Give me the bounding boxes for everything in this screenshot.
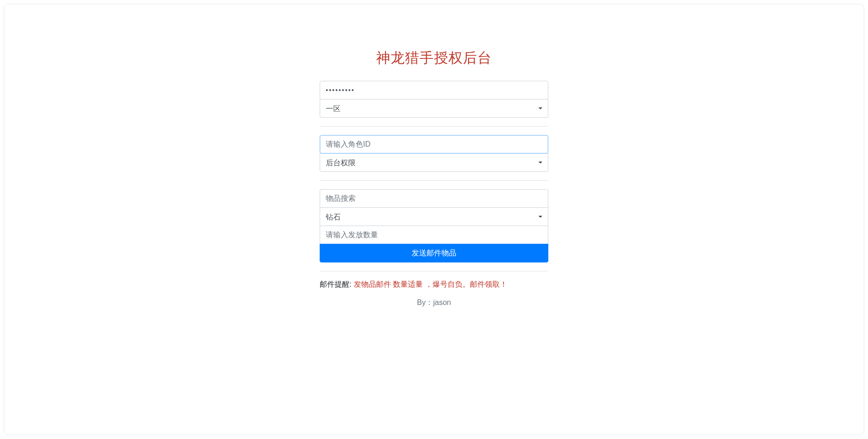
password-input[interactable] (320, 81, 548, 99)
page-title: 神龙猎手授权后台 (320, 49, 548, 68)
notice-label: 邮件提醒: (320, 280, 354, 288)
notice-text: 发物品邮件 数量适量 ，爆号自负。邮件领取！ (354, 280, 507, 288)
item-search-input[interactable] (320, 189, 548, 208)
item-select[interactable]: 钻石 (320, 207, 548, 226)
mail-notice: 邮件提醒: 发物品邮件 数量适量 ，爆号自负。邮件领取！ (320, 280, 548, 290)
auth-group: 一区 (320, 81, 548, 127)
permission-group: 后台权限 (320, 135, 548, 181)
permission-select[interactable]: 后台权限 (320, 153, 548, 172)
page-frame: 神龙猎手授权后台 一区 后台权限 钻石 发送邮件物品 邮件提醒: 发物品邮件 数… (4, 4, 864, 435)
zone-select[interactable]: 一区 (320, 99, 548, 118)
form-container: 神龙猎手授权后台 一区 后台权限 钻石 发送邮件物品 邮件提醒: 发物品邮件 数… (320, 49, 548, 308)
role-id-input[interactable] (320, 135, 548, 154)
send-mail-button[interactable]: 发送邮件物品 (320, 244, 548, 262)
quantity-input[interactable] (320, 226, 548, 244)
footer-credit: By：jason (320, 298, 548, 308)
mail-group: 钻石 发送邮件物品 (320, 189, 548, 271)
